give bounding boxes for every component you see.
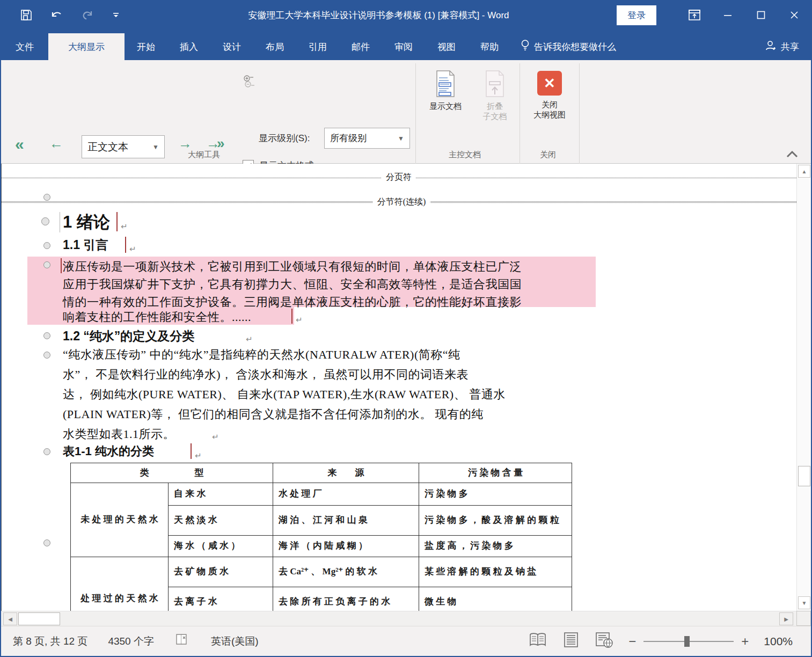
zoom-percentage[interactable]: 100% <box>764 635 793 648</box>
close-button[interactable] <box>778 3 811 27</box>
tab-file[interactable]: 文件 <box>1 33 48 60</box>
promote-icon[interactable]: ← <box>49 135 63 152</box>
heading-1-1: 1.1 引言 <box>63 237 108 253</box>
tab-insert[interactable]: 插入 <box>167 33 210 60</box>
outline-bullet[interactable] <box>43 539 50 546</box>
zoom-slider[interactable] <box>643 641 734 642</box>
promote-to-heading1-icon[interactable]: « <box>15 135 24 154</box>
vertical-scrollbar[interactable]: ▲ ▼ <box>796 164 811 611</box>
word-count[interactable]: 4350 个字 <box>108 634 154 648</box>
group-label-outline-tools: 大纲工具 <box>188 150 220 160</box>
table-cell: 盐 度 高 ， 污 染 物 多 <box>419 536 572 557</box>
table-cell: 微 生 物 <box>419 587 572 611</box>
redo-icon[interactable] <box>82 9 94 21</box>
read-mode-icon[interactable] <box>529 632 547 650</box>
ribbon-outlining: « ← 正文文本 ▼ → →» ▲ ▼ + − 显示级别(S): 所有级别 ▼ … <box>1 60 811 164</box>
share-button[interactable]: 共享 <box>765 33 799 60</box>
collapse-subdocuments-icon <box>484 70 506 99</box>
show-level-value: 所有级别 <box>330 132 367 144</box>
window-title: 安徽理工大学本科毕业设计说明书参考模板 (1) [兼容模式] - Word <box>141 9 617 21</box>
tell-me-box[interactable]: 告诉我你想要做什么 <box>511 33 626 60</box>
show-document-button[interactable]: 显示文档 <box>423 70 468 112</box>
vertical-scroll-thumb[interactable] <box>798 466 810 486</box>
paragraph-line: 应用于我国煤矿井下支护，它具有初撑力大、恒阻、安全和高效等特性，是适合我国国 <box>63 276 522 293</box>
tab-outline-view[interactable]: 大纲显示 <box>48 33 125 60</box>
paragraph-line: 水类型如表1.1所示。 <box>63 426 175 442</box>
tab-home[interactable]: 开始 <box>125 33 167 60</box>
tab-mailings[interactable]: 邮件 <box>339 33 382 60</box>
paragraph-line: 响着支柱的工作性能和安全性。...... <box>63 309 251 325</box>
paragraph-line: 水”， 不是饮料行业的纯净水)， 含淡水和海水， 虽然可以用不同的词语来表 <box>63 367 469 383</box>
table-cell: 湖 泊 、 江 河 和 山 泉 <box>273 506 419 536</box>
chevron-down-icon: ▼ <box>398 135 404 142</box>
outline-bullet[interactable] <box>43 352 50 359</box>
table-cell: 污 染 物 多 <box>419 483 572 506</box>
scroll-right-icon[interactable]: ▶ <box>779 612 793 625</box>
outline-bullet[interactable] <box>43 194 50 201</box>
table-cell: 去 离 子 水 <box>169 587 273 611</box>
section-break-label: 分节符(连续) <box>373 196 430 208</box>
scrollbar-corner <box>796 611 811 626</box>
scroll-up-icon[interactable]: ▲ <box>798 165 810 178</box>
paragraph-line: 情的一种有效的工作面支护设备。三用阀是单体液压支柱的心脏，它的性能好坏直接影 <box>63 294 522 310</box>
horizontal-scrollbar[interactable]: ◀ ▶ <box>1 611 798 626</box>
paragraph-line: 液压传动是一项新兴技术，它被引用到工业领域只有很短的时间，单体液压支柱已广泛 <box>63 259 522 275</box>
show-document-icon <box>435 70 456 99</box>
scroll-left-icon[interactable]: ◀ <box>3 612 17 625</box>
zoom-in-icon[interactable]: + <box>741 635 749 648</box>
save-icon[interactable] <box>20 9 32 21</box>
ribbon-display-options-icon[interactable] <box>678 3 711 27</box>
outline-level-combo[interactable]: 正文文本 ▼ <box>82 135 165 158</box>
tab-view[interactable]: 视图 <box>425 33 468 60</box>
status-bar: 第 8 页, 共 12 页 4350 个字 英语(美国) − <box>1 626 811 656</box>
zoom-slider-thumb[interactable] <box>684 636 690 647</box>
quick-access-toolbar <box>1 9 141 21</box>
text-cursor-mark <box>191 443 192 459</box>
table-cell: 自 来 水 <box>169 483 273 506</box>
web-layout-icon[interactable] <box>595 632 613 651</box>
outline-bullet[interactable] <box>43 261 50 268</box>
table-cell: 某 些 溶 解 的 颗 粒 及 钠 盐 <box>419 557 572 587</box>
ribbon-tab-strip: 文件 大纲显示 开始 插入 设计 布局 引用 邮件 审阅 视图 帮助 告诉我你想… <box>1 33 811 60</box>
collapse-ribbon-icon[interactable] <box>786 150 798 160</box>
document-canvas[interactable]: 分页符 分节符(连续) 1 绪论 ↵ 1.1 引言 ↵ 液压传动是一项新兴技术，… <box>1 164 798 611</box>
table-caption: 表1-1 纯水的分类 <box>63 443 154 459</box>
table-cell: 污 染 物 多 ， 酸 及 溶 解 的 颗 粒 <box>419 506 572 536</box>
outline-bullet[interactable] <box>43 242 50 249</box>
outline-bullet[interactable] <box>43 448 50 455</box>
table-cell: 天 然 淡 水 <box>169 506 273 536</box>
style-boundary-mark <box>60 212 60 232</box>
tab-review[interactable]: 审阅 <box>382 33 425 60</box>
language-indicator[interactable]: 英语(美国) <box>211 634 259 648</box>
paragraph-mark: ↵ <box>212 432 219 442</box>
paragraph-line: “纯水液压传动” 中的“纯水”是指纯粹的天然水(NATURALW ATER)(简… <box>63 347 460 363</box>
zoom-control: − + <box>628 635 749 648</box>
paragraph-line: (PLAIN WATER)等， 但它们的相同含义就是指不含任何添加剂的水。 现有… <box>63 406 484 422</box>
close-outline-view-button[interactable]: ✕ 关闭 大纲视图 <box>526 71 573 120</box>
qat-customize-icon[interactable] <box>113 12 119 18</box>
table-group1: 未 处 理 的 天 然 水 <box>71 483 169 557</box>
tab-design[interactable]: 设计 <box>210 33 253 60</box>
group-label-master-document: 主控文档 <box>449 150 481 160</box>
login-button[interactable]: 登录 <box>617 5 656 25</box>
text-cursor-mark <box>61 258 62 273</box>
page-indicator[interactable]: 第 8 页, 共 12 页 <box>13 634 87 648</box>
outline-bullet[interactable] <box>41 217 49 225</box>
show-document-label: 显示文档 <box>429 101 462 112</box>
minimize-button[interactable] <box>711 3 744 27</box>
table-group2: 处 理 过 的 天 然 水 <box>71 557 169 611</box>
page-break-label: 分页符 <box>382 172 416 183</box>
tab-layout[interactable]: 布局 <box>253 33 296 60</box>
horizontal-scroll-thumb[interactable] <box>18 612 60 625</box>
maximize-button[interactable] <box>744 3 778 27</box>
undo-icon[interactable] <box>50 9 63 21</box>
table-cell: 水 处 理 厂 <box>273 483 419 506</box>
outline-bullet[interactable] <box>43 332 50 339</box>
tab-references[interactable]: 引用 <box>296 33 339 60</box>
show-level-combo[interactable]: 所有级别 ▼ <box>324 128 410 149</box>
scroll-down-icon[interactable]: ▼ <box>798 596 810 609</box>
proofing-error-icon[interactable] <box>174 633 191 649</box>
tab-help[interactable]: 帮助 <box>468 33 511 60</box>
print-layout-icon[interactable] <box>563 632 579 651</box>
zoom-out-icon[interactable]: − <box>628 635 636 648</box>
